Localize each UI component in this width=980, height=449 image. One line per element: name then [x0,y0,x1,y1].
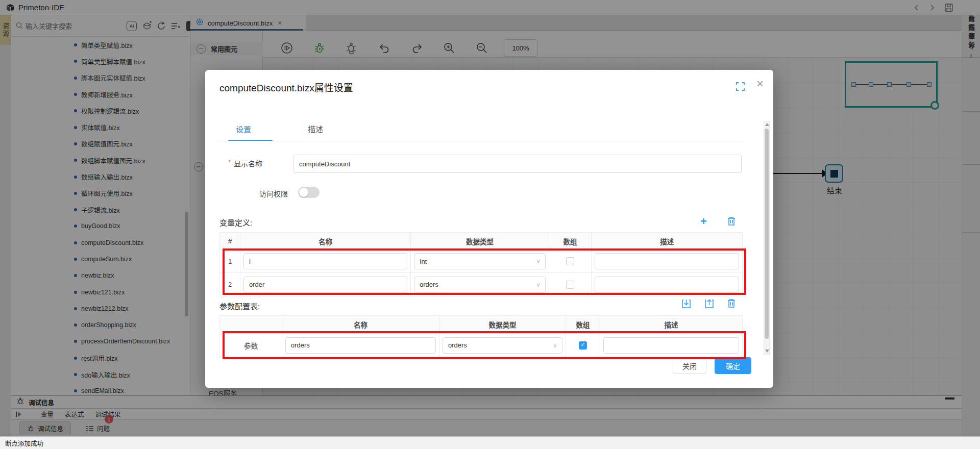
params-header-blank [220,316,282,333]
display-name-label: 显示名称 [234,158,262,168]
access-label: 访问权限 [259,188,288,198]
params-table-header: 名称 数据类型 数组 描述 [220,316,742,333]
required-mark: * [228,158,231,166]
fullscreen-icon[interactable] [736,82,745,93]
tab-settings[interactable]: 设置 [236,123,251,134]
delete-variable-icon[interactable] [727,216,736,228]
delete-param-icon[interactable] [727,298,736,310]
primeton-ide-window: Primeton-IDE 资源 AI [0,0,980,449]
access-toggle[interactable] [298,187,320,198]
variables-label: 变量定义: [219,217,252,228]
ok-button[interactable]: 确定 [715,357,751,374]
annotation-highlight-variables [223,248,746,295]
add-variable-icon[interactable]: + [700,215,707,228]
status-bar: 断点添加成功 [0,436,980,449]
close-button[interactable]: 关闭 [673,357,706,374]
dialog-title: computeDiscount.bizx属性设置 [219,80,353,94]
annotation-highlight-params [223,331,746,359]
status-message: 断点添加成功 [5,438,43,448]
dialog-close-icon[interactable]: × [756,77,764,91]
scrollbar-thumb[interactable] [765,129,769,339]
scroll-up-icon[interactable] [765,123,769,126]
variables-table-header: # 名称 数据类型 数组 描述 [220,233,742,250]
display-name-input[interactable] [293,155,742,173]
tab-description[interactable]: 描述 [308,123,323,134]
export-params-icon[interactable] [704,298,714,311]
dialog-scrollbar[interactable] [764,121,770,355]
scroll-down-icon[interactable] [765,350,769,353]
import-params-icon[interactable] [681,298,691,311]
params-label: 参数配置表: [219,301,260,311]
